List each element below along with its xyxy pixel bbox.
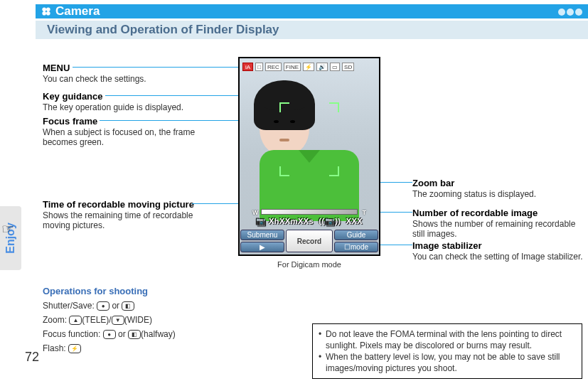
callout-desc: Shows the remaining time of recordable m… — [43, 210, 220, 230]
down-key-icon: ▼ — [112, 316, 124, 325]
section-bar: Viewing and Operation of Finder Display — [36, 21, 588, 39]
finder-display: iA □ REC FINE ⚡ 🔊 ▭ SD W T 📷 XhXXmXXs ((… — [238, 57, 380, 256]
softkey-play[interactable]: ▶ — [240, 242, 284, 252]
quality-icon: FINE — [284, 63, 301, 71]
leader-line — [73, 67, 246, 68]
frame-icon: □ — [255, 63, 263, 71]
header-decoration — [558, 9, 582, 16]
svg-point-1 — [46, 7, 50, 11]
zoom-bar-indicator — [261, 209, 358, 215]
finder-caption: For Digicam mode — [238, 260, 380, 269]
rec-icon: REC — [265, 63, 282, 71]
callout-img-stab: Image stabilizer You can check the setti… — [412, 240, 588, 262]
softkey-guide[interactable]: Guide — [334, 230, 378, 240]
flash-key-icon: ⚡ — [68, 344, 81, 353]
note-item: When the battery level is low, you may n… — [319, 351, 576, 374]
callout-menu: MENU You can check the settings. — [43, 63, 206, 84]
callout-title: Key guidance — [43, 91, 206, 102]
op-shutter: Shutter/Save: ● or ◧ — [43, 299, 176, 313]
side-key-icon: ◧ — [128, 330, 141, 339]
op-focus: Focus function: ● or ◧(halfway) — [43, 327, 176, 341]
callout-desc: Shows the number of remaining recordable… — [412, 219, 587, 239]
chapter-title: Camera — [55, 4, 100, 18]
leader-line — [105, 95, 245, 96]
callout-desc: The zooming status is displayed. — [412, 189, 583, 199]
zoom-wide-label: W — [252, 209, 259, 216]
callout-desc: The key operation guide is displayed. — [43, 102, 206, 112]
side-tab: Enjoy — [0, 206, 21, 270]
callout-num-rec: Number of recordable image Shows the num… — [412, 208, 587, 239]
page-number: 72 — [25, 350, 39, 365]
svg-point-2 — [42, 11, 46, 16]
op-zoom: Zoom: ▲(TELE)/▼(WIDE) — [43, 313, 176, 327]
focus-frame-overlay — [279, 102, 339, 176]
callout-key-guidance: Key guidance The key operation guide is … — [43, 91, 206, 112]
callout-title: Time of recordable moving picture — [43, 199, 220, 210]
stabilizer-icon: ▭ — [330, 63, 340, 71]
softkey-record[interactable]: Record — [286, 230, 333, 252]
operations-heading: Operations for shooting — [43, 284, 176, 299]
side-key-icon: ◧ — [122, 301, 134, 311]
clover-icon — [41, 6, 51, 16]
center-key-icon: ● — [103, 330, 116, 339]
finder-softkeys: Submenu ▶ Record Guide ☐mode — [240, 229, 379, 253]
zoom-tele-label: T — [363, 209, 367, 216]
note-item: Do not leave the FOMA terminal with the … — [319, 328, 576, 351]
hand-icon: ☞ — [1, 220, 14, 237]
callout-desc: You can check the settings. — [43, 74, 206, 84]
rec-count: XXX — [346, 217, 363, 225]
op-flash: Flash: ⚡ — [43, 341, 176, 355]
mode-icon: iA — [242, 63, 253, 71]
callout-desc: When a subject is focused on, the frame … — [43, 127, 220, 147]
rec-time: XhXXmXXs — [269, 217, 314, 225]
caution-box: Do not leave the FOMA terminal with the … — [312, 323, 582, 379]
finder-info-line: 📷 XhXXmXXs ((📷)) XXX — [240, 217, 379, 226]
callout-title: Zoom bar — [412, 178, 583, 188]
softkey-submenu[interactable]: Submenu — [240, 230, 284, 240]
callout-title: MENU — [43, 63, 206, 73]
storage-icon: SD — [342, 63, 354, 71]
softkey-mode[interactable]: ☐mode — [334, 242, 378, 252]
svg-point-0 — [42, 7, 46, 11]
operations-block: Operations for shooting Shutter/Save: ● … — [43, 284, 176, 355]
sound-icon: 🔊 — [316, 63, 328, 71]
finder-top-icons: iA □ REC FINE ⚡ 🔊 ▭ SD — [242, 61, 376, 73]
chapter-bar: Camera — [36, 4, 588, 18]
callout-desc: You can check the setting of Image stabi… — [412, 252, 588, 262]
svg-point-3 — [46, 11, 50, 16]
up-key-icon: ▲ — [69, 316, 82, 325]
center-key-icon: ● — [97, 301, 109, 311]
callout-title: Focus frame — [43, 116, 220, 127]
callout-title: Image stabilizer — [412, 240, 588, 251]
section-title: Viewing and Operation of Finder Display — [47, 23, 279, 37]
callout-title: Number of recordable image — [412, 208, 587, 218]
flash-icon: ⚡ — [303, 63, 314, 71]
callout-zoom-bar: Zoom bar The zooming status is displayed… — [412, 178, 583, 199]
